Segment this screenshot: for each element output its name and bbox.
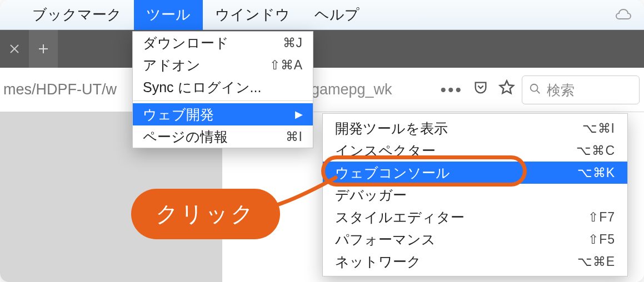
svg-point-0 bbox=[531, 84, 538, 91]
menu-window[interactable]: ウインドウ bbox=[203, 0, 302, 30]
menu-separator bbox=[133, 100, 313, 101]
submenu-item-performance-shortcut: ⇧F5 bbox=[588, 232, 615, 247]
submenu-item-inspector[interactable]: インスペクター ⌥⌘C bbox=[323, 139, 627, 162]
tab-strip bbox=[0, 30, 644, 68]
url-fragment-left[interactable]: mes/HDPF-UT/w bbox=[0, 81, 133, 98]
menu-tools-label: ツール bbox=[146, 5, 191, 24]
url-fragment-mid[interactable]: gamepg_wk bbox=[311, 81, 392, 98]
sync-cloud-icon[interactable] bbox=[614, 0, 633, 30]
search-placeholder: 検索 bbox=[547, 81, 575, 99]
menu-tools[interactable]: ツール bbox=[134, 0, 203, 30]
search-icon bbox=[529, 82, 541, 98]
submenu-item-inspector-shortcut: ⌥⌘C bbox=[576, 143, 615, 158]
menu-item-page-info-label: ページの情報 bbox=[143, 128, 228, 146]
submenu-item-network[interactable]: ネットワーク ⌥⌘E bbox=[323, 250, 627, 273]
menu-item-web-development[interactable]: ウェブ開発 ▶ bbox=[133, 103, 313, 125]
annotation-click-label: クリック bbox=[131, 189, 280, 239]
address-actions: ••• bbox=[440, 79, 515, 100]
tools-menu: ダウンロード ⌘J アドオン ⇧⌘A Sync にログイン... ウェブ開発 ▶… bbox=[132, 31, 313, 148]
submenu-item-web-console[interactable]: ウェブコンソール ⌥⌘K bbox=[323, 162, 627, 184]
search-box[interactable]: 検索 bbox=[522, 75, 640, 104]
submenu-item-web-console-shortcut: ⌥⌘K bbox=[577, 165, 615, 180]
menu-item-web-development-label: ウェブ開発 bbox=[143, 105, 214, 124]
menu-help[interactable]: ヘルプ bbox=[302, 0, 372, 30]
menubar: ブックマーク ツール ウインドウ ヘルプ bbox=[0, 0, 644, 30]
submenu-item-network-label: ネットワーク bbox=[335, 253, 421, 271]
menu-item-page-info[interactable]: ページの情報 ⌘I bbox=[133, 125, 313, 148]
submenu-item-style-editor-shortcut: ⇧F7 bbox=[588, 210, 615, 225]
menu-item-sync-login-label: Sync にログイン... bbox=[143, 78, 261, 97]
menu-item-downloads[interactable]: ダウンロード ⌘J bbox=[133, 32, 313, 54]
menu-help-label: ヘルプ bbox=[314, 5, 360, 24]
submenu-item-network-shortcut: ⌥⌘E bbox=[577, 254, 615, 269]
menu-item-downloads-shortcut: ⌘J bbox=[283, 36, 303, 51]
menu-bookmarks[interactable]: ブックマーク bbox=[20, 0, 134, 30]
page-actions-icon[interactable]: ••• bbox=[440, 80, 463, 99]
menu-item-sync-login[interactable]: Sync にログイン... bbox=[133, 76, 313, 98]
web-development-submenu: 開発ツールを表示 ⌥⌘I インスペクター ⌥⌘C ウェブコンソール ⌥⌘K デバ… bbox=[322, 113, 628, 276]
submenu-item-performance-label: パフォーマンス bbox=[335, 230, 436, 249]
submenu-item-toggle-tools-shortcut: ⌥⌘I bbox=[582, 121, 615, 136]
submenu-item-style-editor-label: スタイルエディター bbox=[335, 208, 465, 226]
submenu-item-toggle-tools-label: 開発ツールを表示 bbox=[335, 119, 448, 138]
menu-bookmarks-label: ブックマーク bbox=[32, 5, 122, 24]
submenu-item-toggle-tools[interactable]: 開発ツールを表示 ⌥⌘I bbox=[323, 117, 627, 139]
submenu-item-inspector-label: インスペクター bbox=[335, 142, 436, 160]
menu-window-label: ウインドウ bbox=[215, 5, 290, 24]
star-icon[interactable] bbox=[498, 79, 515, 100]
new-tab-button[interactable] bbox=[29, 30, 58, 68]
menu-item-addons[interactable]: アドオン ⇧⌘A bbox=[133, 54, 313, 76]
menu-item-addons-shortcut: ⇧⌘A bbox=[269, 58, 303, 73]
submenu-item-debugger-label: デバッガー bbox=[335, 186, 407, 204]
pocket-icon[interactable] bbox=[473, 80, 488, 99]
menu-item-page-info-shortcut: ⌘I bbox=[286, 129, 303, 144]
submenu-item-web-console-label: ウェブコンソール bbox=[335, 164, 450, 182]
submenu-item-style-editor[interactable]: スタイルエディター ⇧F7 bbox=[323, 206, 627, 228]
submenu-item-performance[interactable]: パフォーマンス ⇧F5 bbox=[323, 228, 627, 250]
submenu-arrow-icon: ▶ bbox=[295, 108, 303, 120]
menu-item-addons-label: アドオン bbox=[143, 56, 201, 74]
address-row: mes/HDPF-UT/w gamepg_wk ••• 検索 bbox=[0, 68, 644, 112]
annotation-click-label-text: クリック bbox=[156, 202, 256, 226]
submenu-item-debugger[interactable]: デバッガー bbox=[323, 184, 627, 206]
tab-close-button[interactable] bbox=[0, 30, 29, 68]
menu-item-downloads-label: ダウンロード bbox=[143, 34, 229, 52]
